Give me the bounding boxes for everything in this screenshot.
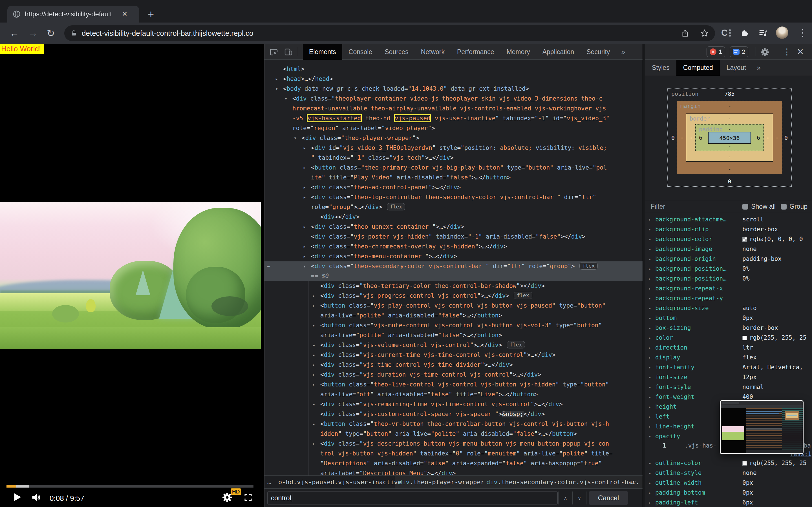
expand-arrow-icon[interactable]: ▸: [649, 254, 651, 264]
dom-node[interactable]: aria-live="off" aria-disabled="false" ti…: [264, 390, 643, 399]
dom-node[interactable]: ▸<button class="theo-vr-button theo-cont…: [264, 419, 643, 429]
dom-node[interactable]: role="region" aria-label="video player">: [264, 123, 643, 133]
dom-node[interactable]: ▸<button class="theo-live-control vjs-co…: [264, 380, 643, 390]
computed-property-row[interactable]: ▸font-size12px: [645, 372, 812, 382]
devtools-tabs-overflow-icon[interactable]: »: [616, 44, 630, 60]
computed-property-row[interactable]: ▸background-sizeauto: [645, 303, 812, 313]
sidebar-tab-styles[interactable]: Styles: [645, 60, 676, 76]
expand-arrow-icon[interactable]: ▸: [649, 274, 651, 284]
error-badge[interactable]: ✕ 1: [707, 47, 725, 57]
computed-property-row[interactable]: ▸background-attachme…scroll: [645, 215, 812, 224]
expand-arrow-icon[interactable]: ▸: [312, 291, 315, 301]
devtools-tab-elements[interactable]: Elements: [303, 44, 342, 60]
expand-arrow-icon[interactable]: ▸: [649, 421, 651, 432]
dom-node[interactable]: aria-live="polite" aria-disabled="false"…: [264, 311, 643, 321]
search-input[interactable]: control: [267, 492, 558, 504]
expand-arrow-icon[interactable]: ▸: [649, 284, 651, 293]
expand-arrow-icon[interactable]: ▸: [649, 468, 651, 478]
expand-arrow-icon[interactable]: ▸: [649, 303, 651, 313]
video-frame[interactable]: [0, 202, 261, 349]
computed-property-row[interactable]: ▸outline-width0px: [645, 478, 812, 488]
dom-node[interactable]: role="group">…</div>flex: [264, 202, 643, 212]
play-icon[interactable]: [12, 492, 22, 502]
expand-arrow-icon[interactable]: ▸: [649, 478, 651, 488]
computed-property-row[interactable]: ▸outline-colorrgb(255, 255, 25: [645, 458, 812, 468]
dom-node-selected[interactable]: ⋯▾<div class="theo-secondary-color vjs-c…: [264, 262, 643, 271]
expand-arrow-icon[interactable]: ▸: [649, 234, 651, 244]
browser-tab[interactable]: https://detect-visibility-default ✕: [7, 6, 139, 22]
computed-property-row[interactable]: ▸background-repeat-y: [645, 293, 812, 303]
expand-arrow-icon[interactable]: ▸: [649, 323, 651, 333]
dom-node[interactable]: ▸<div class="vjs-time-control vjs-time-d…: [264, 360, 643, 370]
dom-node[interactable]: <div class="theo-tertiary-color theo-con…: [264, 281, 643, 291]
expand-arrow-icon[interactable]: ▸: [649, 458, 651, 468]
expand-arrow-icon[interactable]: ▸: [312, 350, 315, 360]
devtools-close-icon[interactable]: ✕: [797, 47, 804, 57]
expand-arrow-icon[interactable]: ▸: [303, 182, 306, 192]
expand-arrow-icon[interactable]: ▸: [303, 143, 306, 153]
computed-property-row[interactable]: ▸background-colorrgba(0, 0, 0, 0: [645, 234, 812, 244]
dom-node[interactable]: aria-live="polite" aria-disabled="false"…: [264, 330, 643, 340]
expand-arrow-icon[interactable]: ▸: [649, 224, 651, 234]
expand-arrow-icon[interactable]: ▸: [312, 399, 315, 409]
flex-badge[interactable]: flex: [579, 262, 598, 270]
expand-arrow-icon[interactable]: ▸: [312, 439, 315, 449]
browser-menu-icon[interactable]: ⋮: [798, 27, 808, 38]
computed-property-row[interactable]: ▸background-clipborder-box: [645, 224, 812, 234]
expand-arrow-icon[interactable]: ▸: [649, 402, 651, 412]
dom-node[interactable]: trol vjs-button vjs-hidden" tabindex="0"…: [264, 449, 643, 459]
expand-arrow-icon[interactable]: ▸: [649, 372, 651, 382]
inspect-element-icon[interactable]: [268, 47, 279, 57]
computed-property-row[interactable]: ▸box-sizingborder-box: [645, 323, 812, 333]
computed-property-row[interactable]: ▸bottom0px: [645, 313, 812, 323]
devtools-settings-gear-icon[interactable]: [760, 47, 770, 57]
collapse-arrow-icon[interactable]: ▾: [285, 94, 287, 104]
computed-property-row[interactable]: ▸directionltr: [645, 343, 812, 353]
devtools-tab-sources[interactable]: Sources: [378, 44, 414, 60]
dom-node[interactable]: ▸<div class="theo-chromecast-overlay vjs…: [264, 242, 643, 251]
dom-node[interactable]: ▸<button class="theo-primary-color vjs-b…: [264, 163, 643, 173]
dom-node[interactable]: <div class="vjs-custom-control-spacer vj…: [264, 409, 643, 419]
extension-colorpick-icon[interactable]: C: [721, 27, 731, 38]
devtools-menu-icon[interactable]: ⋮: [783, 47, 791, 57]
expand-arrow-icon[interactable]: ▸: [649, 215, 651, 224]
group-checkbox[interactable]: [781, 204, 786, 210]
cancel-button[interactable]: Cancel: [589, 491, 628, 505]
media-playlist-icon[interactable]: [758, 28, 768, 38]
collapse-arrow-icon[interactable]: ▾: [303, 262, 306, 271]
dom-node[interactable]: <div></div>: [264, 212, 643, 222]
dom-node[interactable]: ▸<div class="vjs-progress-control vjs-co…: [264, 291, 643, 301]
expand-arrow-icon[interactable]: ▸: [649, 264, 651, 274]
expand-arrow-icon[interactable]: ▸: [649, 392, 651, 402]
expand-arrow-icon[interactable]: ▸: [649, 412, 651, 421]
extensions-puzzle-icon[interactable]: [740, 28, 749, 38]
devtools-tab-performance[interactable]: Performance: [451, 44, 500, 60]
dom-node[interactable]: aria-label="Descriptions Menu">…</div>: [264, 468, 643, 475]
dom-node[interactable]: ▸<div class="vjs-current-time vjs-time-c…: [264, 350, 643, 360]
expand-arrow-icon[interactable]: ▸: [649, 343, 651, 353]
expand-arrow-icon[interactable]: ▸: [312, 321, 315, 330]
computed-property-row[interactable]: ▸padding-bottom0px: [645, 488, 812, 498]
expand-arrow-icon[interactable]: ▸: [312, 301, 315, 311]
filter-input[interactable]: Filter: [651, 203, 742, 210]
computed-property-row[interactable]: ▸displayflex: [645, 353, 812, 362]
expand-arrow-icon[interactable]: ▸: [303, 163, 306, 173]
dom-node[interactable]: ▸<button class="vjs-play-control vjs-con…: [264, 301, 643, 311]
dom-node[interactable]: ▸<div class="theo-top-controlbar theo-se…: [264, 192, 643, 202]
expand-arrow-icon[interactable]: ▸: [649, 488, 651, 498]
expand-arrow-icon[interactable]: ▸: [649, 293, 651, 303]
breadcrumb-item[interactable]: o-hd.vjs-paused.vjs-user-inactive: [278, 476, 402, 489]
computed-property-row[interactable]: ▸padding-left6px: [645, 498, 812, 507]
dom-node[interactable]: -v5 vjs-has-started theo-hd vjs-paused v…: [264, 114, 643, 123]
dom-node[interactable]: ite" title="Play Video" aria-disabled="f…: [264, 173, 643, 182]
devtools-tab-memory[interactable]: Memory: [500, 44, 536, 60]
video-progress-bar[interactable]: [6, 485, 253, 488]
dom-node-selected[interactable]: == $0: [264, 271, 643, 281]
search-next-icon[interactable]: ∨: [572, 492, 587, 504]
share-icon[interactable]: [681, 29, 689, 37]
dom-node[interactable]: ▸<div class="vjs-descriptions-button vjs…: [264, 439, 643, 449]
devtools-tab-network[interactable]: Network: [415, 44, 451, 60]
expand-arrow-icon[interactable]: ▸: [303, 242, 306, 251]
back-icon[interactable]: ←: [10, 27, 19, 39]
profile-avatar[interactable]: [776, 26, 788, 39]
